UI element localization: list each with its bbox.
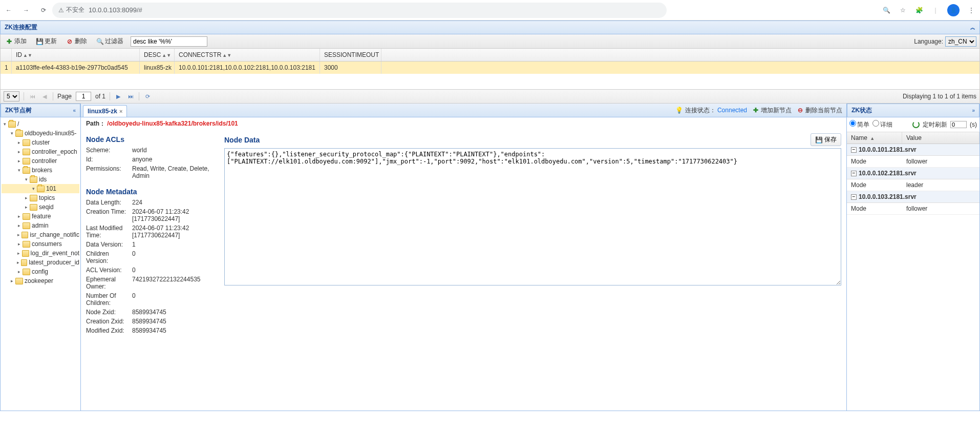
detail-label: 详细: [880, 121, 892, 128]
last-page-icon[interactable]: ⏭: [126, 92, 135, 100]
star-icon[interactable]: ☆: [898, 6, 907, 15]
forward-icon[interactable]: →: [22, 6, 31, 15]
col-id[interactable]: ID▲▼: [12, 49, 140, 61]
filter-input[interactable]: [131, 36, 207, 47]
next-page-icon[interactable]: ▶: [114, 92, 122, 100]
zk-config-grid: ID▲▼ DESC▲▼ CONNECTSTR▲▼ SESSIONTIMEOUT▲…: [0, 49, 980, 90]
menu-icon[interactable]: ⋮: [967, 6, 976, 15]
toggle-icon[interactable]: ▸: [16, 140, 22, 145]
toggle-icon[interactable]: ▸: [16, 158, 22, 164]
filter-button[interactable]: 🔍 过滤器: [94, 36, 125, 47]
folder-icon: [30, 204, 37, 211]
toggle-icon[interactable]: ▸: [9, 278, 15, 283]
toggle-icon[interactable]: ▸: [16, 251, 22, 256]
tree-node[interactable]: ▸config: [2, 267, 79, 276]
page-size-select[interactable]: 5: [4, 91, 19, 101]
url-bar[interactable]: ⚠ 不安全 10.0.0.103:8099/#: [52, 3, 667, 18]
prop-group[interactable]: −10.0.0.101.2181.srvr: [847, 144, 979, 156]
col-desc[interactable]: DESC▲▼: [140, 49, 175, 61]
save-button[interactable]: 💾 保存: [811, 133, 841, 146]
tab-label: linux85-zk: [88, 108, 117, 115]
collapse-left-icon[interactable]: «: [73, 108, 76, 113]
tree-node[interactable]: ▸feature: [2, 212, 79, 221]
tree-node[interactable]: ▸isr_change_notific: [2, 230, 79, 239]
delete-button[interactable]: ⊘ 删除: [64, 36, 89, 47]
toggle-icon[interactable]: ▸: [16, 214, 22, 219]
cell-connectstr: 10.0.0.101:2181,10.0.0.102:2181,10.0.0.1…: [175, 62, 320, 74]
delete-node-button[interactable]: ⊖ 删除当前节点: [797, 106, 842, 115]
tree-label: seqid: [39, 203, 54, 211]
first-page-icon[interactable]: ⏮: [28, 92, 36, 100]
collapse-icon[interactable]: −: [851, 194, 857, 200]
table-row[interactable]: 1 a1103ffe-efe4-4383-b19e-2977bc0ad545 l…: [1, 62, 979, 74]
tree-node[interactable]: ▾oldboyedu-linux85-: [2, 129, 79, 138]
collapse-icon[interactable]: −: [851, 171, 857, 176]
back-icon[interactable]: ←: [4, 6, 13, 15]
prop-group[interactable]: −10.0.0.103.2181.srvr: [847, 191, 979, 203]
close-icon[interactable]: ×: [119, 108, 122, 114]
col-value[interactable]: Value: [902, 132, 979, 144]
profile-icon[interactable]: 👤: [947, 4, 960, 16]
reload-icon[interactable]: ⟳: [39, 6, 48, 15]
meta-value: 0: [132, 292, 214, 307]
collapse-up-icon[interactable]: ︽: [970, 24, 975, 31]
collapse-right-icon[interactable]: »: [972, 108, 975, 113]
tree-root[interactable]: ▾/: [2, 119, 79, 129]
toggle-icon[interactable]: ▾: [16, 168, 22, 173]
node-data-textarea[interactable]: [224, 148, 841, 285]
toggle-icon[interactable]: ▸: [16, 223, 22, 228]
col-connectstr[interactable]: CONNECTSTR▲▼: [175, 49, 320, 61]
tree-node[interactable]: ▸latest_producer_id: [2, 258, 79, 267]
tree-node-selected[interactable]: ▾101: [2, 184, 79, 193]
mode-simple-radio[interactable]: 简单: [849, 120, 869, 129]
collapse-icon[interactable]: −: [851, 147, 857, 153]
toggle-icon[interactable]: ▸: [16, 260, 20, 265]
tree-node[interactable]: ▸topics: [2, 193, 79, 202]
add-node-button[interactable]: ✚ 增加新节点: [752, 106, 792, 115]
add-button[interactable]: ✚ 添加: [4, 36, 29, 47]
prop-key: Mode: [847, 179, 902, 191]
toggle-icon[interactable]: ▸: [16, 269, 22, 274]
prop-group[interactable]: −10.0.0.102.2181.srvr: [847, 168, 979, 179]
tree-node[interactable]: ▸seqid: [2, 202, 79, 212]
toggle-icon[interactable]: ▸: [16, 232, 21, 237]
toggle-icon[interactable]: ▸: [16, 241, 22, 247]
path-line: Path： /oldboyedu-linux85-kafka321/broker…: [81, 117, 846, 130]
interval-input[interactable]: [950, 121, 967, 128]
tree-node[interactable]: ▸controller: [2, 156, 79, 166]
toggle-icon[interactable]: ▾: [23, 177, 29, 182]
tree-node[interactable]: ▸consumers: [2, 239, 79, 249]
tree-node[interactable]: ▸log_dir_event_not: [2, 249, 79, 258]
col-name[interactable]: Name: [851, 134, 867, 141]
detail-panel: linux85-zk × 💡 连接状态： Connected ✚ 增加新节点 ⊖…: [81, 104, 847, 411]
tree-body: ▾/ ▾oldboyedu-linux85- ▸cluster ▸control…: [1, 117, 80, 411]
tree-node[interactable]: ▸controller_epoch: [2, 147, 79, 156]
toggle-icon[interactable]: ▾: [2, 121, 8, 127]
toggle-icon[interactable]: ▸: [16, 149, 22, 154]
page-input[interactable]: [76, 92, 91, 101]
toggle-icon[interactable]: ▾: [9, 131, 15, 136]
mode-detail-radio[interactable]: 详细: [872, 120, 892, 129]
extensions-icon[interactable]: 🧩: [914, 6, 924, 15]
tree-node[interactable]: ▸admin: [2, 221, 79, 230]
meta-key: Node Zxid:: [86, 309, 132, 316]
update-button[interactable]: 💾 更新: [34, 36, 59, 47]
zoom-icon[interactable]: 🔍: [882, 6, 891, 15]
refresh-icon[interactable]: ⟳: [143, 92, 152, 100]
toggle-icon[interactable]: ▸: [23, 195, 29, 200]
prop-value: follower: [902, 203, 979, 214]
toggle-icon[interactable]: ▾: [30, 186, 36, 191]
tree-node[interactable]: ▾ids: [2, 175, 79, 184]
grid-header: ID▲▼ DESC▲▼ CONNECTSTR▲▼ SESSIONTIMEOUT▲…: [1, 49, 979, 62]
tree-label: controller_epoch: [32, 148, 77, 155]
col-sessiontimeout[interactable]: SESSIONTIMEOUT▲▼: [320, 49, 381, 61]
tree-node[interactable]: ▸zookeeper: [2, 276, 79, 285]
tree-node[interactable]: ▸cluster: [2, 138, 79, 147]
tree-node[interactable]: ▾brokers: [2, 166, 79, 175]
prev-page-icon[interactable]: ◀: [40, 92, 49, 100]
folder-open-icon: [23, 167, 30, 174]
toggle-icon[interactable]: ▸: [23, 205, 29, 210]
tab-active[interactable]: linux85-zk ×: [83, 105, 127, 117]
folder-icon: [23, 269, 30, 275]
language-select[interactable]: zh_CN: [945, 36, 976, 47]
